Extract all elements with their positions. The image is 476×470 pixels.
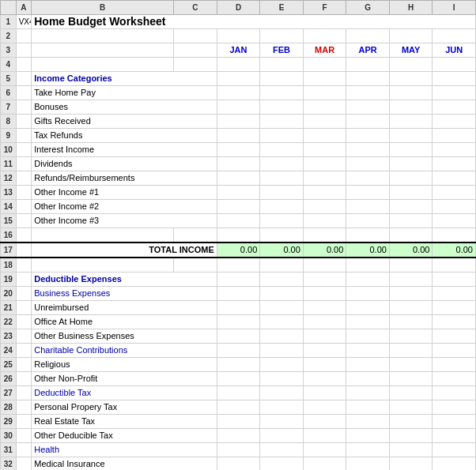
row-8: 8 Gifts Received <box>1 115 476 129</box>
row-25: 25 Religious <box>1 358 476 372</box>
row-2: 2 <box>1 29 476 43</box>
month-jan: JAN <box>217 43 260 58</box>
row-29: 29 Real Estate Tax <box>1 415 476 429</box>
ded-tax-item-1: Personal Propery Tax <box>32 400 217 415</box>
col-header-d: D <box>217 1 260 15</box>
row-14: 14 Other Income #2 <box>1 200 476 214</box>
row-18: 18 <box>1 258 476 273</box>
income-header: Income Categories <box>32 72 217 86</box>
income-item-9: Other Income #2 <box>32 200 217 214</box>
row-31: 31 Health <box>1 443 476 457</box>
col-header-b: B <box>32 1 174 15</box>
row-11: 11 Dividends <box>1 157 476 171</box>
row-27: 27 Deductible Tax <box>1 386 476 400</box>
row-15: 15 Other Income #3 <box>1 214 476 228</box>
row-28: 28 Personal Propery Tax <box>1 400 476 415</box>
spreadsheet: A B C D E F G H I 1 VX42 Home Budget Wor… <box>0 0 476 470</box>
month-jun: JUN <box>433 43 476 58</box>
total-jan: 0.00 <box>217 243 260 258</box>
column-headers: A B C D E F G H I <box>1 1 476 15</box>
total-jun: 0.00 <box>433 243 476 258</box>
name-box[interactable]: VX42 <box>16 15 32 29</box>
biz-item-1: Unreimbursed <box>32 301 217 315</box>
ded-tax-header: Deductible Tax <box>32 386 217 400</box>
charitable-item-2: Other Non-Profit <box>32 372 217 386</box>
biz-item-3: Other Business Expenses <box>32 329 217 344</box>
row-4: 4 <box>1 58 476 72</box>
month-apr: APR <box>346 43 390 58</box>
row-6: 6 Take Home Pay <box>1 86 476 100</box>
expenses-header: Deductible Expenses <box>32 273 217 287</box>
health-item-1: Medical Insurance <box>32 457 217 471</box>
income-item-4: Tax Refunds <box>32 129 217 143</box>
health-header: Health <box>32 443 217 457</box>
row-32: 32 Medical Insurance <box>1 457 476 471</box>
col-header-a: A <box>16 1 32 15</box>
biz-item-2: Office At Home <box>32 315 217 329</box>
row-26: 26 Other Non-Profit <box>1 372 476 386</box>
col-header-h: H <box>389 1 433 15</box>
income-item-10: Other Income #3 <box>32 214 217 228</box>
total-may: 0.00 <box>389 243 433 258</box>
total-mar: 0.00 <box>303 243 346 258</box>
row-13: 13 Other Income #1 <box>1 186 476 200</box>
col-header-i: I <box>433 1 476 15</box>
month-may: MAY <box>389 43 433 58</box>
row-7: 7 Bonuses <box>1 100 476 115</box>
col-header-row <box>1 1 17 15</box>
biz-expenses-header: Business Expenses <box>32 287 217 301</box>
row-9: 9 Tax Refunds <box>1 129 476 143</box>
row-30: 30 Other Deducible Tax <box>1 429 476 443</box>
row-5: 5 Income Categories <box>1 72 476 86</box>
row-19: 19 Deductible Expenses <box>1 273 476 287</box>
row-1: 1 VX42 Home Budget Worksheet <box>1 15 476 29</box>
row-16: 16 <box>1 228 476 243</box>
income-item-1: Take Home Pay <box>32 86 217 100</box>
income-item-3: Gifts Received <box>32 115 217 129</box>
ded-tax-item-3: Other Deducible Tax <box>32 429 217 443</box>
total-feb: 0.00 <box>260 243 304 258</box>
total-income-label: TOTAL INCOME <box>32 243 217 258</box>
row-21: 21 Unreimbursed <box>1 301 476 315</box>
row-24: 24 Charitable Contributions <box>1 344 476 358</box>
col-header-c: C <box>174 1 217 15</box>
income-item-6: Dividends <box>32 157 217 171</box>
row-22: 22 Office At Home <box>1 315 476 329</box>
month-feb: FEB <box>260 43 304 58</box>
row-12: 12 Refunds/Reimbursements <box>1 171 476 186</box>
income-item-8: Other Income #1 <box>32 186 217 200</box>
row-10: 10 Interest Income <box>1 143 476 157</box>
income-item-5: Interest Income <box>32 143 217 157</box>
ded-tax-item-2: Real Estate Tax <box>32 415 217 429</box>
row-num-1: 1 <box>1 15 17 29</box>
title-cell: Home Budget Worksheet <box>32 15 476 29</box>
col-header-g: G <box>346 1 390 15</box>
charitable-item-1: Religious <box>32 358 217 372</box>
row-17-total: 17 TOTAL INCOME 0.00 0.00 0.00 0.00 0.00… <box>1 243 476 258</box>
month-mar: MAR <box>303 43 346 58</box>
col-header-f: F <box>303 1 346 15</box>
income-item-7: Refunds/Reimbursements <box>32 171 217 186</box>
row-20: 20 Business Expenses <box>1 287 476 301</box>
col-header-e: E <box>260 1 304 15</box>
row-23: 23 Other Business Expenses <box>1 329 476 344</box>
income-item-2: Bonuses <box>32 100 217 115</box>
charitable-header: Charitable Contributions <box>32 344 217 358</box>
total-apr: 0.00 <box>346 243 390 258</box>
row-months: 3 JAN FEB MAR APR MAY JUN <box>1 43 476 58</box>
